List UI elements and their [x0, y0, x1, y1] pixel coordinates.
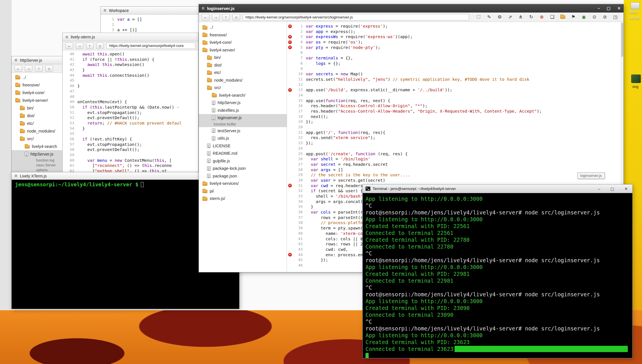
- brush-icon[interactable]: ✎: [484, 15, 494, 19]
- tree-subitem[interactable]: options: [12, 167, 65, 172]
- menu-icon[interactable]: ≡: [15, 173, 17, 178]
- forward-button[interactable]: →: [76, 42, 83, 49]
- code-line[interactable]: 8 logs = {};: [287, 61, 624, 66]
- code-line[interactable]: 44 await this.connectSession(): [63, 73, 198, 78]
- cancel-icon[interactable]: ⊘: [600, 15, 610, 19]
- xterm-editor-titlebar[interactable]: ≡ lively-xterm.js: [63, 33, 198, 41]
- tree-item-dist[interactable]: dist/: [199, 61, 287, 69]
- save-icon[interactable]: ◉: [579, 15, 589, 19]
- code-line[interactable]: 16 res.header("Access-Control-Allow-Orig…: [287, 103, 624, 109]
- up-button[interactable]: ↑: [86, 42, 94, 49]
- open-external-icon[interactable]: ⇗: [505, 15, 515, 19]
- code-line[interactable]: ✕4var os = require('os');: [287, 40, 624, 45]
- tree-item-lively4-server[interactable]: lively4-server/: [12, 96, 65, 104]
- trash-icon[interactable]: ⊗: [536, 15, 547, 19]
- code-line[interactable]: 11secrets.set("hellolively", "jens") // …: [287, 77, 624, 82]
- menu-icon[interactable]: ≡: [65, 35, 68, 40]
- desktop-icon-label[interactable]: Wase: [629, 10, 638, 14]
- maximize-button[interactable]: ▢: [610, 187, 614, 191]
- code-line[interactable]: 6: [287, 50, 624, 55]
- file-tree[interactable]: ../freenove/lively4-core/lively4-server/…: [199, 22, 287, 202]
- tree-item-indexfiles.js[interactable]: indexfiles.js: [199, 107, 287, 114]
- forward-button[interactable]: →: [25, 65, 32, 72]
- tree-item-nodemodules[interactable]: node_modules/: [199, 76, 287, 84]
- tree-item-bin[interactable]: bin/: [12, 104, 65, 112]
- back-button[interactable]: ←: [202, 14, 209, 20]
- code-line[interactable]: ✕1var express = require('express');: [287, 24, 624, 29]
- home-button[interactable]: ⌂: [232, 14, 240, 20]
- tree-item-etc[interactable]: etc/: [12, 119, 65, 127]
- code-line[interactable]: 12: [287, 82, 624, 88]
- menu-icon[interactable]: ≡: [202, 6, 205, 11]
- loginserver-titlebar[interactable]: ≡ loginserver.js – ▢ ✕: [199, 4, 624, 13]
- tree-item-nodemodules[interactable]: node_modules/: [12, 127, 65, 135]
- code-line[interactable]: 23});: [287, 140, 624, 146]
- tree-item-src[interactable]: src/: [12, 135, 65, 142]
- up-button[interactable]: ↑: [35, 65, 43, 72]
- desktop-icon-image[interactable]: [631, 75, 641, 83]
- tree-subitem[interactable]: function buffer: [199, 122, 287, 127]
- code-line[interactable]: 50 if (this.lastPointerUp && (Date.now()…: [63, 105, 198, 110]
- code-line[interactable]: 51 evt.stopPropagation();: [63, 110, 198, 115]
- code-line[interactable]: ✕13app.use('/build', express.static(__di…: [287, 87, 624, 93]
- code-line[interactable]: 54 }: [63, 126, 198, 131]
- tree-item-bin[interactable]: bin/: [199, 54, 287, 61]
- tree-item-testserver.js[interactable]: testServer.js: [199, 127, 287, 135]
- home-button[interactable]: ⌂: [45, 65, 53, 72]
- code-line[interactable]: 28 var args = []: [287, 167, 624, 173]
- code-line[interactable]: 19});: [287, 119, 624, 125]
- code-line[interactable]: 29 // the secret is the key to the user.…: [287, 172, 624, 178]
- tree-item-lively4-core[interactable]: lively4-core/: [199, 39, 287, 46]
- code-line[interactable]: 21app.get('/', function(req, res){: [287, 130, 624, 135]
- code-line[interactable]: 22 res.send("xterm service");: [287, 135, 624, 140]
- code-line[interactable]: 24: [287, 146, 624, 151]
- code-line[interactable]: 25app.post('/create', function (req, res…: [287, 151, 624, 157]
- forward-button[interactable]: →: [212, 14, 220, 20]
- desktop-icon-label[interactable]: ong: [632, 85, 638, 89]
- tree-item-package-lock.json[interactable]: package-lock.json: [199, 165, 287, 172]
- code-line[interactable]: 30 var user = secrets.get(secret): [287, 178, 624, 183]
- tree-item-src[interactable]: src/: [199, 84, 287, 92]
- tree-item-lively4-search[interactable]: lively4-search: [12, 142, 65, 150]
- code-line[interactable]: 2var app = express();: [287, 29, 624, 34]
- close-button[interactable]: ✕: [624, 187, 628, 191]
- up-button[interactable]: ↑: [222, 14, 230, 20]
- tree-item-lively4-core[interactable]: lively4-core/: [12, 89, 65, 96]
- code-line[interactable]: 48: [63, 94, 198, 100]
- tree-item-loginserver.js[interactable]: loginserver.js: [199, 114, 287, 122]
- tree-item-gulpfile.js[interactable]: gulpfile.js: [199, 157, 287, 165]
- tree-item-xterm.js[interactable]: xterm.js/: [199, 195, 287, 202]
- menu-icon[interactable]: ≡: [104, 8, 106, 13]
- code-line[interactable]: 40 await this.open(): [63, 51, 198, 57]
- tree-item-lively4-services[interactable]: lively4-services/: [199, 180, 287, 187]
- code-line[interactable]: 53 return; // #HACK custom prevent defau…: [63, 121, 198, 126]
- code-line[interactable]: 17 res.header("Access-Control-Allow-Head…: [287, 109, 624, 114]
- checkbox-icon[interactable]: ☐: [473, 15, 484, 19]
- code-line[interactable]: 27 var secret = req.headers.secret: [287, 162, 624, 167]
- url-input[interactable]: [106, 42, 195, 49]
- tree-subitem[interactable]: class Server: [12, 163, 65, 167]
- tree-item-utils.js[interactable]: utils.js: [199, 135, 287, 142]
- code-line[interactable]: 47: [63, 89, 198, 94]
- url-input[interactable]: [243, 14, 469, 20]
- tree-item-freenove[interactable]: freenove/: [12, 81, 65, 89]
- code-line[interactable]: 20: [287, 125, 624, 130]
- tree-item-..[interactable]: ../: [12, 73, 65, 81]
- code-line[interactable]: 55: [63, 131, 198, 136]
- gears-icon[interactable]: ⚙: [494, 15, 505, 19]
- back-button[interactable]: ←: [65, 42, 73, 49]
- xterm-editor[interactable]: 40 await this.open()41 if (force || !thi…: [63, 50, 198, 174]
- terminal-titlebar[interactable]: Terminal - jens@sensorpi: ~/lively4/live…: [363, 185, 632, 193]
- code-line[interactable]: 7var terminals = {},: [287, 55, 624, 61]
- minimize-button[interactable]: –: [598, 6, 600, 11]
- tree-item-pi[interactable]: pi/: [199, 187, 287, 195]
- flag-icon[interactable]: ⚑: [568, 15, 579, 19]
- code-line[interactable]: 49onContextMenu(evt) {: [63, 99, 198, 105]
- sitemap-icon[interactable]: ⋔: [515, 15, 526, 19]
- code-line[interactable]: 58 evt.preventDefault();: [63, 147, 198, 152]
- refresh-icon[interactable]: ↻: [526, 15, 536, 19]
- code-line[interactable]: 52 evt.preventDefault();: [63, 115, 198, 121]
- code-line[interactable]: 56 if (!evt.shiftKey) {: [63, 136, 198, 142]
- expand-icon[interactable]: ◳: [610, 15, 621, 19]
- code-line[interactable]: 10var secrets = new Map(): [287, 71, 624, 77]
